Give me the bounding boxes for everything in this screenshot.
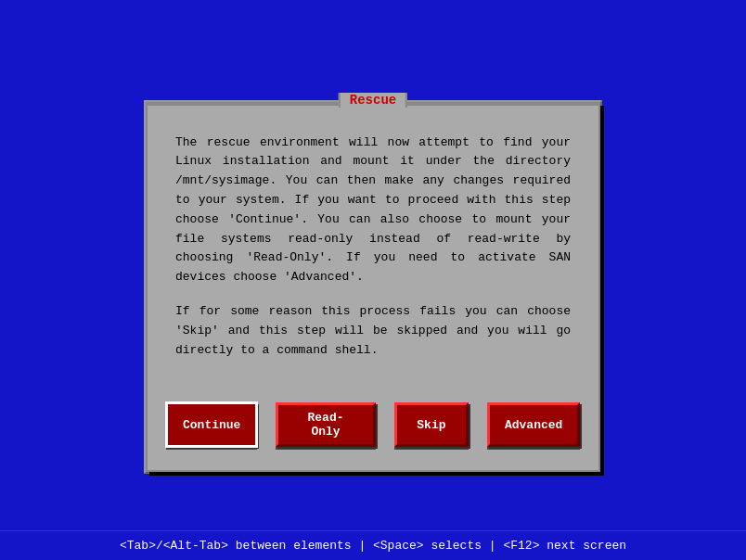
dialog-button-row: Continue Read-Only Skip Advanced — [148, 393, 598, 470]
bottom-status-bar: <Tab>/<Alt-Tab> between elements | <Spac… — [0, 530, 746, 560]
dialog-outer-border: Rescue The rescue environment will now a… — [144, 100, 602, 475]
continue-button[interactable]: Continue — [166, 402, 257, 447]
dialog-title: Rescue — [339, 93, 407, 108]
dialog-paragraph-1: The rescue environment will now attempt … — [175, 134, 571, 287]
dialog-content: The rescue environment will now attempt … — [148, 106, 598, 394]
main-screen: Rescue The rescue environment will now a… — [0, 0, 746, 560]
read-only-button[interactable]: Read-Only — [276, 402, 376, 447]
dialog-paragraph-2: If for some reason this process fails yo… — [175, 302, 571, 360]
skip-button[interactable]: Skip — [394, 402, 469, 447]
advanced-button[interactable]: Advanced — [487, 402, 580, 447]
bottom-bar-text: <Tab>/<Alt-Tab> between elements | <Spac… — [120, 539, 626, 553]
rescue-dialog: Rescue The rescue environment will now a… — [146, 102, 600, 473]
